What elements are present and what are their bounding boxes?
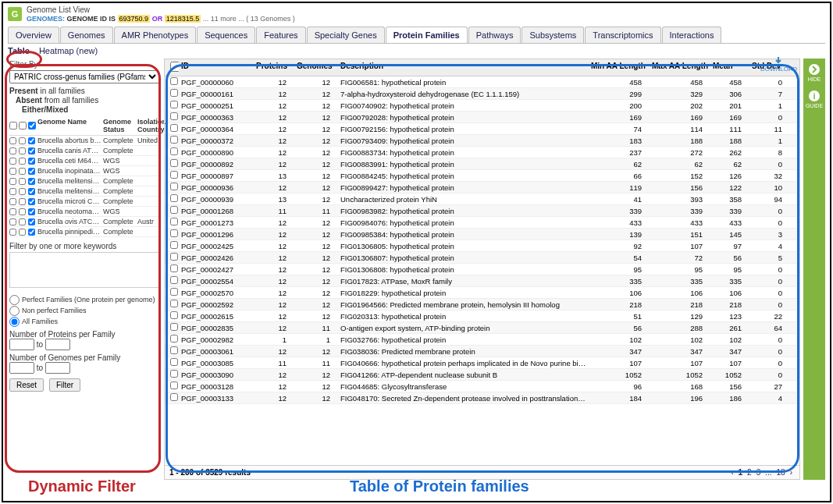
- radio-nonperfect[interactable]: [9, 306, 20, 316]
- ngf-to[interactable]: [45, 362, 70, 374]
- col-header[interactable]: Genomes: [294, 62, 338, 73]
- guide-button[interactable]: i GUIDE: [806, 90, 823, 108]
- table-row[interactable]: PGF_000024251212FIG01306805: hypothetica…: [165, 240, 799, 252]
- hide-button[interactable]: HIDE: [808, 63, 821, 82]
- page-next[interactable]: ›: [790, 468, 792, 477]
- tab-overview[interactable]: Overview: [8, 27, 59, 43]
- table-row[interactable]: PGF_000024271212FIG01306808: hypothetica…: [165, 264, 799, 275]
- ngf-from[interactable]: [9, 362, 34, 374]
- page-18[interactable]: 18: [777, 468, 785, 477]
- table-row[interactable]: PGF_000012961212FIG00985384: hypothetica…: [165, 229, 799, 240]
- genome-row[interactable]: Brucella inopinata HolgerWGS: [9, 166, 159, 176]
- page-1[interactable]: 1: [739, 468, 743, 477]
- table-row[interactable]: PGF_000003721212FIG00793409: hypothetica…: [165, 135, 799, 147]
- table-row[interactable]: PGF_000000601212FIG006581: hypothetical …: [165, 76, 799, 88]
- main-tabs: OverviewGenomesAMR PhenotypesSequencesFe…: [8, 27, 825, 44]
- page-prev[interactable]: ‹: [731, 468, 733, 477]
- col-header[interactable]: [165, 62, 179, 73]
- table-row[interactable]: PGF_0000298211FIG032766: hypothetical pr…: [165, 334, 799, 346]
- genome-row[interactable]: Brucella canis ATCC 23365Complete: [9, 146, 159, 156]
- tab-protein-families[interactable]: Protein Families: [386, 27, 468, 43]
- npf-from[interactable]: [9, 339, 34, 350]
- result-count: 1 - 200 of 3529 results: [169, 468, 251, 477]
- col-header[interactable]: Description: [338, 62, 589, 73]
- table-row[interactable]: PGF_000003641212FIG00792156: hypothetica…: [165, 123, 799, 135]
- tab-pathways[interactable]: Pathways: [468, 27, 522, 43]
- table-row[interactable]: PGF_000002511212FIG00740902: hypothetica…: [165, 100, 799, 112]
- col-header[interactable]: Proteins: [254, 62, 294, 73]
- col-header[interactable]: Max AA Length: [650, 62, 710, 73]
- filter-button[interactable]: Filter: [49, 378, 80, 392]
- genome-row[interactable]: Brucella melitensis biovarComplete: [9, 176, 159, 186]
- tab-amr-phenotypes[interactable]: AMR Phenotypes: [114, 27, 197, 43]
- table-header: IDProteinsGenomesDescriptionMin AA Lengt…: [164, 59, 800, 76]
- page-2[interactable]: 2: [747, 468, 752, 477]
- table-row[interactable]: PGF_000003631212FIG00792028: hypothetica…: [165, 112, 799, 123]
- table-row[interactable]: PGF_000025701212FIG018229: hypothetical …: [165, 287, 799, 299]
- table-row[interactable]: PGF_000031281212FIG044685: Glycosyltrans…: [165, 381, 799, 392]
- table-row[interactable]: PGF_000012731212FIG00984076: hypothetica…: [165, 217, 799, 229]
- genomes-per-family: Number of Genomes per Family to: [9, 353, 159, 374]
- svg-point-0: [809, 64, 820, 75]
- caption-table: Table of Protein families: [350, 477, 529, 495]
- table-row[interactable]: PGF_000025921212FIG01964566: Predicted m…: [165, 299, 799, 311]
- col-header[interactable]: ID: [179, 62, 254, 73]
- table-row[interactable]: PGF_000025541212FIG017823: ATPase, MoxR …: [165, 275, 799, 287]
- subtab-table[interactable]: Table: [8, 46, 30, 55]
- table-row[interactable]: PGF_000028351211O-antigen export system,…: [165, 322, 799, 334]
- subtab-heatmap[interactable]: Heatmap (new): [39, 46, 98, 55]
- family-radio-group: Perfect Families (One protein per genome…: [9, 294, 159, 327]
- table-panel: DOWNLOAD IDProteinsGenomesDescriptionMin…: [164, 59, 800, 480]
- col-header[interactable]: Min AA Length: [589, 62, 650, 73]
- genome-row[interactable]: Brucella melitensis bv. 1 sComplete: [9, 186, 159, 197]
- table-row[interactable]: PGF_000026151212FIG020313: hypothetical …: [165, 311, 799, 322]
- breadcrumb: GENOMES: GENOME ID IS 693750.9 OR 121831…: [27, 15, 295, 23]
- genome-row[interactable]: Brucella ovis ATCC 25840CompleteAustr: [9, 217, 159, 227]
- tab-sequences[interactable]: Sequences: [197, 27, 255, 43]
- table-row[interactable]: PGF_000030901212FIG041266: ATP-dependent…: [165, 369, 799, 381]
- svg-text:i: i: [813, 91, 815, 101]
- right-sidebar: HIDE i GUIDE: [803, 59, 825, 480]
- tab-features[interactable]: Features: [256, 27, 305, 43]
- radio-all[interactable]: [9, 317, 20, 327]
- logo-icon: G: [8, 7, 22, 21]
- table-row[interactable]: PGF_000030851111FIG040666: hypothetical …: [165, 357, 799, 369]
- tab-subsystems[interactable]: Subsystems: [522, 27, 584, 43]
- table-row[interactable]: PGF_000031331212FIG048170: Secreted Zn-d…: [165, 392, 799, 404]
- proteins-per-family: Number of Proteins per Family to: [9, 330, 159, 350]
- genome-table-head: Genome NameGenome StatusIsolation Countr…: [9, 116, 159, 136]
- filter-by-label: Filter By: [9, 60, 38, 69]
- page-3[interactable]: 3: [756, 468, 761, 477]
- page-...[interactable]: ...: [765, 468, 771, 477]
- table-row[interactable]: PGF_000009391312Uncharacterized protein …: [165, 193, 799, 205]
- genome-row[interactable]: Brucella pinnipedialis B2/Complete: [9, 227, 159, 237]
- info-icon: i: [808, 90, 821, 102]
- table-row[interactable]: PGF_000024261212FIG01306807: hypothetica…: [165, 252, 799, 264]
- genome-row[interactable]: Brucella abortus bv. 1 str.CompleteUnite…: [9, 136, 159, 146]
- keyword-input[interactable]: [9, 252, 159, 288]
- radio-perfect[interactable]: [9, 295, 20, 305]
- page-title: Genome List View: [27, 5, 295, 14]
- reset-button[interactable]: Reset: [9, 378, 44, 392]
- table-row[interactable]: PGF_000030611212FIG038036: Predicted mem…: [165, 346, 799, 357]
- genome-row[interactable]: Brucella ceti M644/93/1WGS: [9, 156, 159, 166]
- genome-row[interactable]: Brucella neotomae 5K33WGS: [9, 207, 159, 217]
- col-header[interactable]: Mean: [710, 62, 749, 73]
- npf-to[interactable]: [45, 339, 70, 350]
- table-body: PGF_000000601212FIG006581: hypothetical …: [164, 76, 800, 466]
- table-row[interactable]: PGF_0000016112127-alpha-hydroxysteroid d…: [165, 88, 799, 100]
- table-row[interactable]: PGF_000008921212FIG00883991: hypothetica…: [165, 158, 799, 170]
- genome-row[interactable]: Brucella microti CCM 4915Complete: [9, 197, 159, 207]
- download-button[interactable]: DOWNLOAD: [760, 57, 797, 73]
- table-row[interactable]: PGF_000008901212FIG00883734: hypothetica…: [165, 147, 799, 158]
- tab-interactions[interactable]: Interactions: [662, 27, 722, 43]
- table-row[interactable]: PGF_000009361212FIG00899427: hypothetica…: [165, 182, 799, 193]
- tab-genomes[interactable]: Genomes: [60, 27, 113, 43]
- sub-tabs: Table Heatmap (new): [3, 44, 830, 59]
- family-type-select[interactable]: PATRIC cross-genus families (PGfams): [9, 70, 159, 83]
- table-row[interactable]: PGF_000012681111FIG00983982: hypothetica…: [165, 205, 799, 217]
- table-row[interactable]: PGF_000008971312FIG00884245: hypothetica…: [165, 170, 799, 182]
- tab-transcriptomics[interactable]: Transcriptomics: [585, 27, 660, 43]
- tab-specialty-genes[interactable]: Specialty Genes: [307, 27, 385, 43]
- keyword-label: Filter by one or more keywords: [9, 242, 159, 250]
